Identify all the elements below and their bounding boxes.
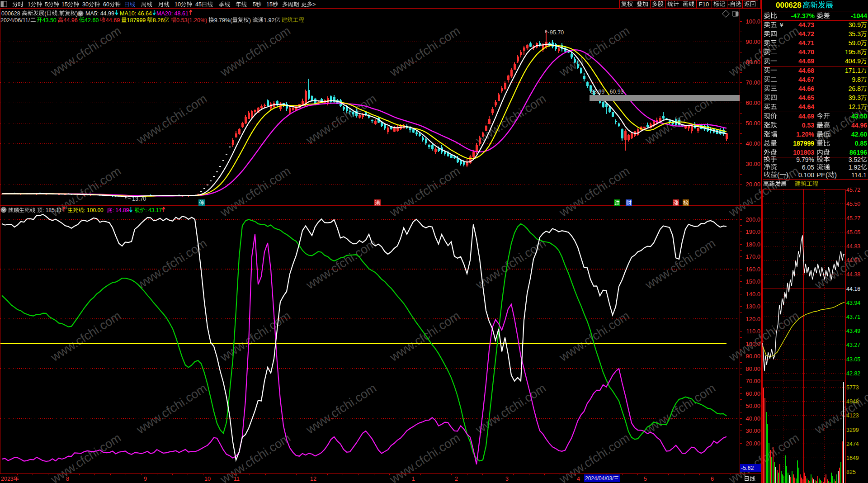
svg-text:45: 45: [195, 1, 202, 8]
svg-text:5773: 5773: [846, 384, 859, 391]
svg-text:8: 8: [66, 476, 69, 482]
svg-text:10: 10: [204, 476, 211, 482]
svg-text:130.0: 130.0: [745, 303, 760, 310]
svg-text:45.72: 45.72: [846, 187, 860, 193]
svg-text:2024/06/11/: 2024/06/11/: [0, 17, 30, 24]
svg-text:200.0: 200.0: [745, 216, 760, 223]
svg-text:000628: 000628: [776, 1, 802, 9]
svg-text:: 185.11: : 185.11: [42, 207, 62, 213]
svg-text:5: 5: [45, 1, 48, 8]
svg-text:95.70: 95.70: [550, 29, 564, 36]
svg-text:190.0: 190.0: [745, 228, 760, 235]
svg-text:60.00: 60.00: [745, 99, 760, 106]
svg-text:9.79%: 9.79%: [796, 156, 814, 163]
svg-text:9.8: 9.8: [852, 76, 861, 83]
svg-text:140.0: 140.0: [745, 291, 760, 298]
svg-text:90.00: 90.00: [745, 38, 760, 45]
svg-text:2474: 2474: [846, 441, 859, 447]
svg-text:80.00: 80.00: [745, 59, 760, 66]
svg-text:3299: 3299: [846, 427, 859, 433]
svg-text:170.0: 170.0: [745, 253, 760, 260]
svg-text:35.3: 35.3: [849, 30, 861, 38]
svg-text:MA5: 44.99: MA5: 44.99: [85, 10, 114, 17]
svg-text:195.8: 195.8: [845, 48, 861, 56]
svg-text:0.53: 0.53: [802, 122, 814, 129]
svg-text:11: 11: [234, 476, 240, 482]
svg-text:43.27: 43.27: [846, 342, 860, 348]
svg-text:: 100.00: : 100.00: [84, 207, 104, 213]
svg-text:44.38: 44.38: [846, 271, 860, 278]
svg-text:30.9: 30.9: [849, 21, 861, 28]
svg-text:15: 15: [61, 1, 68, 8]
svg-text:5: 5: [644, 476, 647, 482]
svg-text:1: 1: [412, 476, 415, 482]
svg-text:4123: 4123: [846, 412, 859, 419]
svg-text:180.0: 180.0: [745, 241, 760, 248]
svg-text:44.69: 44.69: [106, 17, 120, 24]
svg-text:30.00: 30.00: [745, 161, 760, 167]
svg-text:63.99 - 60.93: 63.99 - 60.93: [590, 89, 624, 95]
svg-text:44.69: 44.69: [798, 113, 814, 120]
svg-text:44.83: 44.83: [846, 243, 860, 250]
svg-text:40.00: 40.00: [745, 140, 760, 147]
svg-text:-5.62: -5.62: [741, 465, 754, 471]
svg-text:45.05: 45.05: [846, 229, 860, 236]
svg-text:43.94: 43.94: [846, 300, 860, 306]
svg-text:10: 10: [175, 1, 181, 8]
svg-text:20.00: 20.00: [745, 181, 760, 188]
svg-text:-: -: [728, 1, 730, 8]
svg-text:0.100: 0.100: [798, 171, 814, 179]
svg-text:30.00: 30.00: [745, 427, 760, 434]
svg-text:114.1: 114.1: [851, 171, 867, 179]
svg-text:44.68: 44.68: [798, 67, 814, 74]
svg-text:4948: 4948: [846, 398, 859, 405]
svg-text:80.00: 80.00: [745, 365, 760, 372]
svg-text:￥: ￥: [778, 22, 784, 28]
svg-text:100.0: 100.0: [745, 18, 760, 25]
svg-text:44.96: 44.96: [851, 122, 867, 129]
svg-text:MA20: 48.61: MA20: 48.61: [156, 10, 189, 17]
svg-text:2: 2: [455, 476, 458, 482]
svg-text:44.16: 44.16: [846, 286, 860, 292]
svg-text:70.00: 70.00: [745, 79, 760, 86]
svg-text:120.0: 120.0: [745, 316, 760, 322]
svg-text:100.0: 100.0: [745, 341, 760, 347]
svg-text:44.66: 44.66: [798, 85, 814, 92]
svg-text:PE(: PE(: [816, 171, 828, 179]
svg-text:90.00: 90.00: [745, 353, 760, 360]
svg-text:150.0: 150.0: [745, 278, 760, 285]
svg-text:50.00: 50.00: [745, 402, 760, 409]
svg-text:1649: 1649: [846, 455, 859, 461]
svg-text:43.50: 43.50: [851, 113, 867, 120]
svg-text:6.05: 6.05: [802, 164, 814, 171]
svg-text:44.67: 44.67: [798, 76, 814, 83]
svg-text:(: (: [777, 171, 779, 179]
svg-text:-47.37%: -47.37%: [791, 12, 815, 19]
svg-text:12: 12: [310, 476, 316, 482]
svg-text:6: 6: [711, 476, 714, 482]
svg-text:>: >: [312, 1, 316, 8]
svg-text:): ): [835, 171, 837, 179]
svg-text:44.69: 44.69: [798, 57, 814, 65]
svg-text:43.71: 43.71: [846, 314, 860, 320]
svg-text:44.71: 44.71: [798, 39, 814, 47]
svg-text:9.79%(: 9.79%(: [214, 17, 232, 24]
svg-text:43.05: 43.05: [846, 356, 860, 363]
svg-text:42.60: 42.60: [851, 131, 867, 138]
svg-text:1: 1: [28, 1, 31, 8]
svg-text:9: 9: [144, 476, 147, 482]
svg-text:50.00: 50.00: [745, 120, 760, 127]
svg-text:1.20%: 1.20%: [796, 131, 814, 138]
svg-text:39.3: 39.3: [849, 94, 861, 101]
svg-text:187999: 187999: [127, 17, 146, 24]
svg-text:000628: 000628: [1, 10, 20, 17]
svg-text:13.70: 13.70: [132, 196, 146, 202]
svg-text:20.00: 20.00: [745, 440, 760, 447]
svg-text:26.8: 26.8: [849, 85, 861, 92]
svg-text:30: 30: [82, 1, 89, 8]
svg-text:44.70: 44.70: [798, 48, 814, 56]
svg-text:70.00: 70.00: [745, 378, 760, 384]
svg-text:1.92: 1.92: [849, 164, 861, 171]
svg-text:44.65: 44.65: [798, 94, 814, 101]
svg-text:12.1: 12.1: [849, 103, 861, 110]
